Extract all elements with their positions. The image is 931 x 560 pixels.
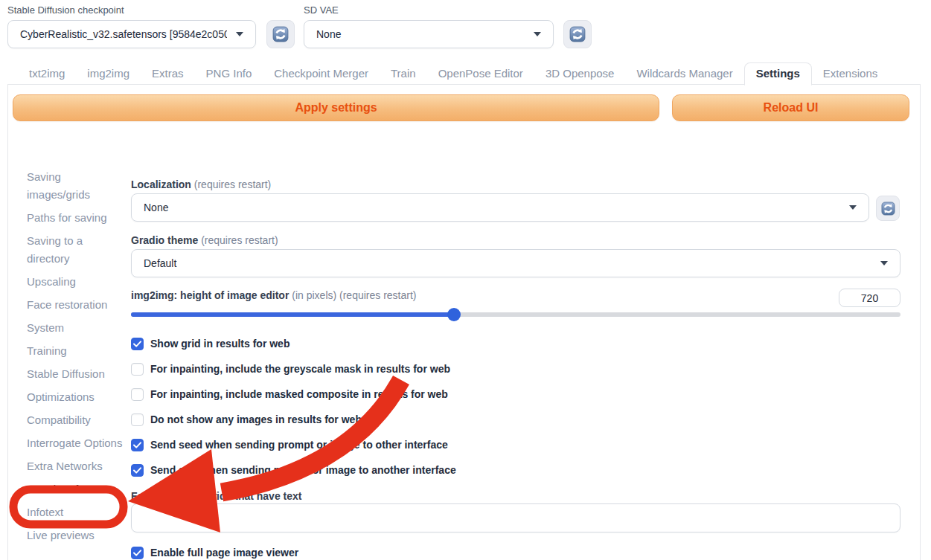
main-tab-bar: txt2img img2img Extras PNG Info Checkpoi… — [0, 63, 931, 85]
refresh-checkpoints-button[interactable] — [266, 20, 295, 48]
sd-vae-value: None — [316, 28, 525, 40]
tab-wildcards-manager[interactable]: Wildcards Manager — [625, 63, 743, 85]
refresh-icon — [272, 26, 289, 42]
chevron-down-icon — [534, 32, 541, 36]
tab-img2img[interactable]: img2img — [76, 63, 141, 85]
tab-extensions[interactable]: Extensions — [812, 63, 889, 85]
tab-settings[interactable]: Settings — [744, 62, 812, 86]
checkpoint-label: Stable Diffusion checkpoint — [7, 4, 124, 16]
tab-png-info[interactable]: PNG Info — [195, 63, 263, 85]
checkpoint-value: CyberRealistic_v32.safetensors [9584e2c0… — [20, 28, 227, 40]
settings-panel — [7, 84, 921, 560]
refresh-icon — [569, 26, 586, 42]
refresh-vae-button[interactable] — [563, 20, 592, 48]
tab-train[interactable]: Train — [380, 63, 427, 85]
chevron-down-icon — [236, 32, 243, 36]
tab-txt2img[interactable]: txt2img — [18, 63, 76, 85]
tab-openpose-editor[interactable]: OpenPose Editor — [427, 63, 534, 85]
tab-3d-openpose[interactable]: 3D Openpose — [534, 63, 626, 85]
sd-vae-dropdown[interactable]: None — [304, 20, 554, 48]
checkpoint-dropdown[interactable]: CyberRealistic_v32.safetensors [9584e2c0… — [7, 20, 256, 48]
tab-checkpoint-merger[interactable]: Checkpoint Merger — [263, 63, 380, 85]
tab-extras[interactable]: Extras — [141, 63, 195, 85]
sd-vae-label: SD VAE — [304, 4, 339, 16]
